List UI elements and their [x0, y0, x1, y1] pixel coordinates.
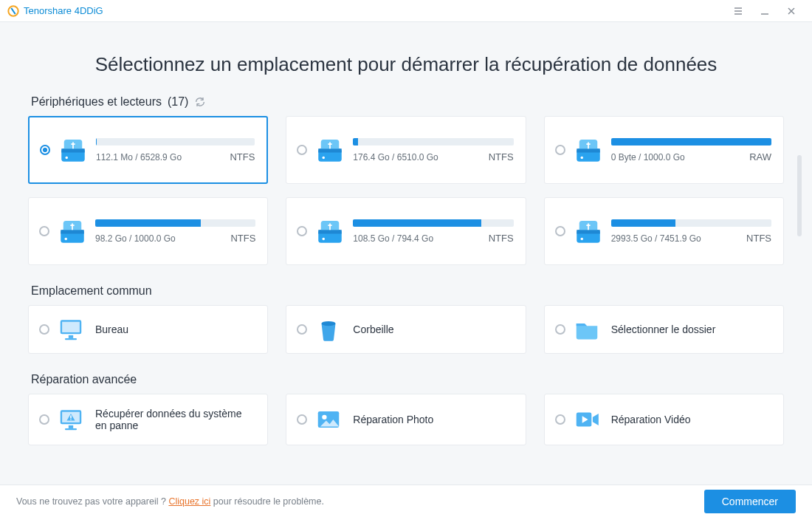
usage-bar	[611, 219, 771, 227]
advanced-label: Réparation Vidéo	[611, 414, 691, 425]
drive-fs-text: NTFS	[230, 233, 255, 244]
radio-icon[interactable]	[555, 414, 565, 425]
folder-icon	[573, 315, 601, 343]
titlebar: Tenorshare 4DDiG	[0, 0, 812, 22]
usage-bar	[96, 138, 255, 145]
drive-card-5[interactable]: 2993.5 Go / 7451.9 Go NTFS	[544, 197, 784, 265]
common-label: Corbeille	[353, 323, 393, 335]
svg-rect-29	[65, 428, 77, 430]
radio-icon[interactable]	[555, 324, 565, 335]
advanced-card-1[interactable]: Réparation Photo	[286, 394, 526, 445]
common-card-1[interactable]: Corbeille	[286, 305, 526, 354]
drives-section-title: Périphériques et lecteurs (17)	[31, 95, 784, 109]
svg-rect-20	[62, 322, 80, 332]
page-headline: Sélectionnez un emplacement pour démarre…	[28, 37, 784, 95]
radio-icon[interactable]	[297, 324, 307, 335]
radio-icon[interactable]	[40, 145, 50, 155]
svg-point-12	[65, 238, 68, 241]
app-title: Tenorshare 4DDiG	[24, 5, 103, 16]
footer-help-link[interactable]: Cliquez ici	[168, 496, 210, 507]
drives-count: (17)	[168, 95, 188, 109]
advanced-card-0[interactable]: Récupérer données du système en panne	[28, 394, 268, 445]
drive-usage-text: 112.1 Mo / 6528.9 Go	[96, 152, 182, 162]
advanced-card-2[interactable]: Réparation Vidéo	[544, 394, 784, 445]
usage-bar	[95, 219, 255, 227]
common-card-0[interactable]: Bureau	[28, 305, 268, 354]
drive-icon	[58, 134, 89, 165]
svg-rect-2	[61, 148, 85, 152]
svg-point-15	[323, 238, 326, 241]
radio-icon[interactable]	[297, 145, 307, 155]
drive-usage-text: 98.2 Go / 1000.0 Go	[95, 233, 176, 244]
minimize-button[interactable]	[751, 0, 778, 22]
svg-point-23	[322, 321, 336, 326]
radio-icon[interactable]	[555, 226, 565, 236]
advanced-grid: Récupérer données du système en panne Ré…	[28, 394, 784, 445]
drive-fs-text: NTFS	[230, 151, 255, 162]
drive-icon	[314, 134, 345, 165]
drive-fs-text: RAW	[749, 151, 771, 162]
close-button[interactable]	[778, 0, 805, 22]
crash-monitor-icon	[57, 405, 85, 434]
drive-card-1[interactable]: 176.4 Go / 6510.0 Go NTFS	[286, 116, 526, 184]
radio-icon[interactable]	[297, 414, 307, 425]
photo-icon	[314, 405, 343, 434]
drive-icon	[573, 134, 604, 165]
drive-card-0[interactable]: 112.1 Mo / 6528.9 Go NTFS	[28, 116, 268, 184]
svg-point-31	[323, 415, 327, 420]
app-logo-icon	[7, 5, 19, 17]
common-grid: Bureau Corbeille Sélectionner le dossier	[28, 305, 784, 354]
svg-rect-21	[69, 335, 73, 338]
footer-tail: pour résoudre le problème.	[210, 496, 324, 507]
svg-rect-14	[319, 230, 343, 233]
drive-card-3[interactable]: 98.2 Go / 1000.0 Go NTFS	[28, 197, 268, 265]
svg-point-3	[66, 157, 69, 160]
advanced-section-title: Réparation avancée	[31, 373, 784, 386]
drives-title-text: Périphériques et lecteurs	[31, 95, 162, 109]
advanced-label: Récupérer données du système en panne	[95, 408, 250, 431]
advanced-label: Réparation Photo	[353, 414, 433, 425]
footer-help-text: Vous ne trouvez pas votre appareil ? Cli…	[16, 496, 324, 507]
radio-icon[interactable]	[297, 226, 307, 236]
scrollbar-thumb[interactable]	[797, 155, 802, 236]
footer-question: Vous ne trouvez pas votre appareil ?	[16, 496, 168, 507]
svg-rect-11	[61, 230, 84, 233]
drive-fs-text: NTFS	[746, 233, 771, 244]
svg-rect-17	[577, 230, 600, 233]
refresh-icon[interactable]	[194, 96, 206, 108]
drive-usage-text: 0 Byte / 1000.0 Go	[611, 152, 685, 162]
drive-fs-text: NTFS	[489, 151, 514, 162]
svg-rect-5	[319, 148, 343, 152]
usage-bar	[353, 138, 513, 145]
video-icon	[573, 405, 601, 434]
footer-bar: Vous ne trouvez pas votre appareil ? Cli…	[0, 485, 812, 517]
drive-card-2[interactable]: 0 Byte / 1000.0 Go RAW	[544, 116, 784, 184]
drive-usage-text: 176.4 Go / 6510.0 Go	[353, 152, 438, 162]
radio-icon[interactable]	[39, 414, 49, 425]
drives-grid: 112.1 Mo / 6528.9 Go NTFS 176.4 Go / 651…	[28, 116, 784, 265]
radio-icon[interactable]	[39, 226, 49, 236]
drive-card-4[interactable]: 108.5 Go / 794.4 Go NTFS	[286, 197, 526, 265]
start-button[interactable]: Commencer	[704, 490, 796, 513]
drive-icon	[314, 216, 345, 247]
radio-icon[interactable]	[555, 145, 565, 155]
menu-button[interactable]	[725, 0, 751, 22]
drive-icon	[57, 216, 88, 247]
svg-point-27	[70, 419, 72, 420]
drive-fs-text: NTFS	[489, 233, 514, 244]
monitor-icon	[57, 315, 85, 343]
trash-icon	[314, 315, 343, 343]
svg-point-9	[580, 157, 583, 160]
drive-usage-text: 108.5 Go / 794.4 Go	[353, 233, 433, 244]
common-label: Bureau	[95, 323, 128, 335]
drive-usage-text: 2993.5 Go / 7451.9 Go	[611, 233, 701, 244]
svg-rect-22	[65, 338, 77, 340]
common-label: Sélectionner le dossier	[611, 323, 716, 335]
svg-rect-26	[70, 415, 72, 418]
main-area: Sélectionnez un emplacement pour démarre…	[0, 22, 812, 485]
usage-bar	[611, 138, 771, 145]
svg-rect-28	[69, 425, 73, 428]
radio-icon[interactable]	[39, 324, 49, 335]
common-card-2[interactable]: Sélectionner le dossier	[544, 305, 784, 354]
common-section-title: Emplacement commun	[31, 284, 784, 298]
